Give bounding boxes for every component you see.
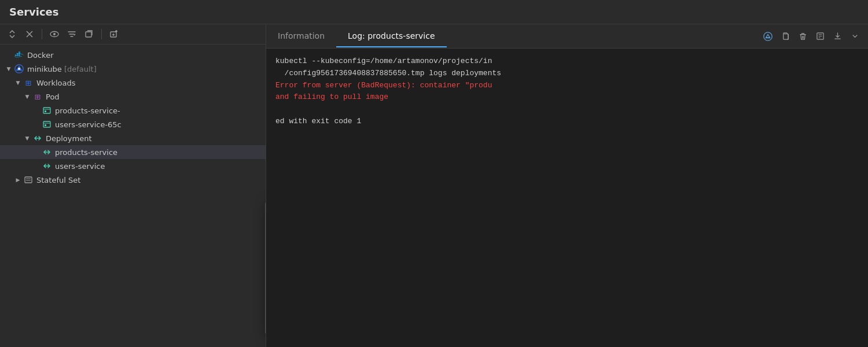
service-pod-icon-1	[42, 105, 52, 116]
tree-label-pod: Pod	[46, 93, 60, 101]
tree-item-docker[interactable]: Docker	[0, 48, 266, 62]
log-line-4	[275, 104, 859, 116]
settings-action-icon[interactable]	[812, 29, 827, 44]
title-bar: Services	[0, 0, 868, 24]
arrow-stateful	[14, 176, 22, 184]
more-action-icon[interactable]	[847, 29, 862, 44]
add-icon[interactable]	[108, 28, 120, 40]
tree-label-stateful-set: Stateful Set	[36, 176, 80, 184]
tab-information[interactable]: Information	[266, 25, 336, 47]
tree-item-products-service[interactable]: products-service	[0, 145, 266, 159]
download-action-icon[interactable]	[830, 29, 845, 44]
deploy-icon-users	[42, 161, 52, 171]
log-line-1: /config95617369408837885650.tmp logs dep…	[275, 68, 859, 80]
context-menu: View YAML Describe Resource	[265, 201, 266, 335]
filter-icon[interactable]	[65, 28, 78, 40]
tree-label-docker: Docker	[27, 51, 54, 60]
docker-icon	[14, 50, 24, 60]
pod-icon: ⊞	[32, 91, 43, 102]
eye-icon[interactable]	[48, 28, 61, 40]
left-panel: Docker minikube [default]	[0, 24, 266, 347]
svg-point-42	[767, 35, 768, 37]
tree-item-products-service-pod[interactable]: products-service-	[0, 104, 266, 117]
svg-rect-16	[19, 51, 20, 53]
deploy-icon-products	[42, 147, 52, 157]
toolbar-divider-1	[42, 29, 42, 39]
collapse-all-icon[interactable]	[6, 28, 19, 40]
tree-item-users-service-pod[interactable]: users-service-65c	[0, 117, 266, 131]
tree-label-us-pod: users-service-65c	[55, 120, 122, 129]
toolbar-divider-2	[101, 29, 102, 39]
svg-rect-12	[17, 55, 19, 56]
svg-rect-11	[15, 55, 17, 56]
tree-item-deployment[interactable]: Deployment	[0, 131, 266, 145]
tab-log-products-service[interactable]: Log: products-service	[336, 25, 447, 47]
svg-rect-14	[17, 53, 19, 54]
deployment-icon	[32, 133, 43, 143]
svg-rect-26	[25, 177, 32, 183]
tabs-actions	[760, 29, 868, 44]
tree-label-products-service: products-service	[55, 148, 117, 157]
copy-action-icon[interactable]	[778, 29, 793, 44]
svg-rect-13	[19, 55, 20, 56]
svg-rect-25	[45, 124, 46, 126]
stateful-icon	[23, 175, 34, 185]
log-line-5: ed with exit code 1	[275, 116, 859, 128]
kube-icon-minikube	[14, 64, 24, 74]
right-panel: Information Log: products-service	[266, 24, 868, 347]
log-line-3: and failing to pull image	[275, 91, 859, 104]
tree-label-users-service: users-service	[55, 162, 105, 171]
svg-rect-5	[86, 32, 91, 37]
delete-action-icon[interactable]	[795, 29, 810, 44]
new-window-icon[interactable]	[83, 28, 95, 40]
tree-item-minikube[interactable]: minikube [default]	[0, 62, 266, 76]
tree-item-pod[interactable]: ⊞ Pod	[0, 90, 266, 104]
arrow-deployment	[23, 134, 31, 142]
main-layout: Docker minikube [default]	[0, 24, 868, 347]
tabs-bar: Information Log: products-service	[266, 24, 868, 49]
workloads-icon: ⊞	[23, 77, 34, 88]
service-pod-icon-2	[42, 119, 52, 130]
tree-item-users-service[interactable]: users-service	[0, 159, 266, 173]
arrow-pod	[23, 93, 31, 101]
svg-point-19	[18, 68, 20, 70]
app-title: Services	[9, 6, 59, 18]
tree-label-minikube: minikube [default]	[27, 65, 97, 73]
log-content: kubectl --kubeconfig=/home/artamonov/pro…	[266, 49, 868, 347]
toolbar	[0, 24, 266, 45]
arrow-workloads	[14, 79, 22, 87]
kube-action-icon[interactable]	[760, 29, 775, 44]
log-line-0: kubectl --kubeconfig=/home/artamonov/pro…	[275, 56, 859, 68]
log-line-2: Error from server (BadRequest): containe…	[275, 80, 859, 92]
tree-label-workloads: Workloads	[36, 79, 75, 87]
svg-rect-23	[43, 121, 50, 127]
svg-rect-43	[783, 34, 788, 39]
tree-label-ps-pod: products-service-	[55, 106, 120, 115]
tree-label-deployment: Deployment	[46, 134, 92, 143]
svg-rect-22	[45, 110, 46, 112]
tree-item-stateful-set[interactable]: Stateful Set	[0, 173, 266, 187]
file-tree: Docker minikube [default]	[0, 45, 266, 347]
close-icon[interactable]	[23, 28, 36, 40]
svg-rect-20	[43, 108, 50, 113]
arrow-minikube	[5, 65, 13, 73]
svg-point-3	[53, 33, 56, 35]
minikube-suffix: [default]	[64, 65, 97, 73]
tree-item-workloads[interactable]: ⊞ Workloads	[0, 76, 266, 90]
